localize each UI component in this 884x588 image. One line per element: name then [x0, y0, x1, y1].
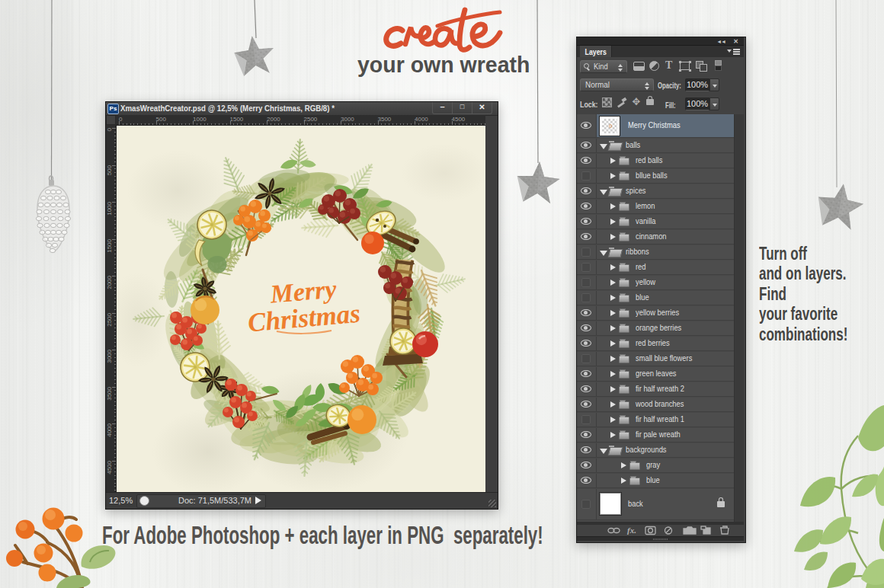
svg-text:fx.: fx.	[627, 526, 636, 535]
svg-text:Christmas: Christmas	[247, 299, 362, 338]
